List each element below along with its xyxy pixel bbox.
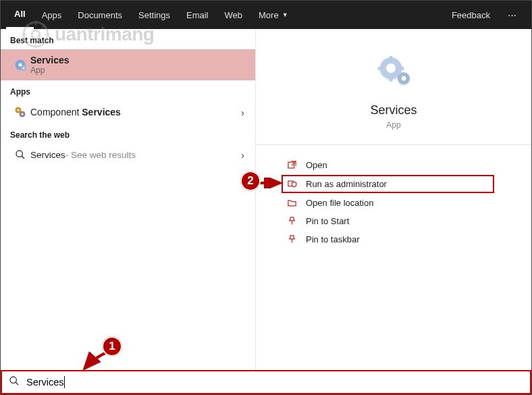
tab-email-label: Email [186,10,209,20]
tab-settings[interactable]: Settings [130,1,178,29]
results-pane: Best match Services App Apps Component S… [1,29,256,370]
tab-documents-label: Documents [78,10,122,20]
search-icon [10,149,30,160]
detail-title: Services [370,103,417,117]
action-open-label: Open [306,160,327,170]
action-pin-taskbar-label: Pin to taskbar [306,234,360,244]
feedback-label: Feedback [452,10,490,20]
annotation-badge-1: 1 [102,336,122,357]
apps-header: Apps [1,80,255,101]
services-large-icon [375,56,413,91]
svg-point-27 [402,76,406,81]
services-gear-icon [10,58,30,72]
action-open-location[interactable]: Open file location [282,194,531,212]
search-tabs-bar: All Apps Documents Settings Email Web Mo… [1,1,531,29]
folder-icon [287,198,306,208]
tab-email[interactable]: Email [178,1,217,29]
svg-rect-22 [390,56,392,59]
search-web-header: Search the web [1,124,255,144]
feedback-link[interactable]: Feedback [442,1,500,29]
svg-point-21 [386,63,396,73]
svg-point-17 [22,113,24,115]
svg-point-13 [23,68,25,70]
result-services[interactable]: Services App [1,49,255,80]
tab-more-label: More [259,10,279,20]
detail-subtitle: App [386,120,400,130]
svg-rect-23 [390,77,392,81]
shield-icon [287,179,306,189]
annotation-arrow-2 [259,178,286,188]
tab-apps-label: Apps [42,10,62,20]
action-open[interactable]: Open [282,156,531,174]
tab-settings-label: Settings [138,10,170,20]
pin-icon [287,216,306,226]
action-open-location-label: Open file location [306,198,373,208]
svg-rect-28 [288,162,294,168]
pin-icon [287,234,306,244]
chevron-down-icon: ▼ [282,11,288,18]
tab-more[interactable]: More▼ [250,1,296,29]
action-pin-taskbar[interactable]: Pin to taskbar [282,230,531,248]
best-match-header: Best match [1,29,255,49]
svg-rect-24 [378,67,382,70]
action-run-admin[interactable]: Run as administrator [282,175,494,193]
tab-all[interactable]: All [6,1,34,29]
component-services-icon [10,106,30,118]
actions-list: Open Run as administrator Open file loca… [256,145,531,248]
svg-point-18 [16,151,22,157]
tab-documents[interactable]: Documents [70,1,130,29]
more-options-button[interactable]: ⋯ [500,1,526,29]
action-run-admin-label: Run as administrator [306,179,387,189]
chevron-right-icon: › [241,149,244,161]
svg-rect-25 [400,67,404,70]
svg-point-11 [19,63,22,67]
open-icon [287,160,306,170]
tab-all-label: All [14,9,26,19]
tab-web[interactable]: Web [217,1,251,29]
result-services-subtitle: App [30,65,70,75]
result-web-title: Services [30,150,65,160]
result-services-title: Services [30,55,70,65]
svg-line-19 [22,156,24,159]
svg-point-16 [18,109,20,111]
tab-apps[interactable]: Apps [34,1,70,29]
result-component-services-title: Component Services [30,107,121,117]
action-pin-start-label: Pin to Start [306,216,349,226]
detail-pane: Services App Open Run as administrator O… [256,29,531,370]
annotation-badge-2: 2 [240,171,261,191]
tab-web-label: Web [225,10,243,20]
result-component-services[interactable]: Component Services › [1,101,255,124]
result-web-suffix: - See web results [65,150,136,160]
action-pin-start[interactable]: Pin to Start [282,212,531,230]
chevron-right-icon: › [241,107,244,118]
result-web-services[interactable]: Services - See web results › [1,144,255,165]
